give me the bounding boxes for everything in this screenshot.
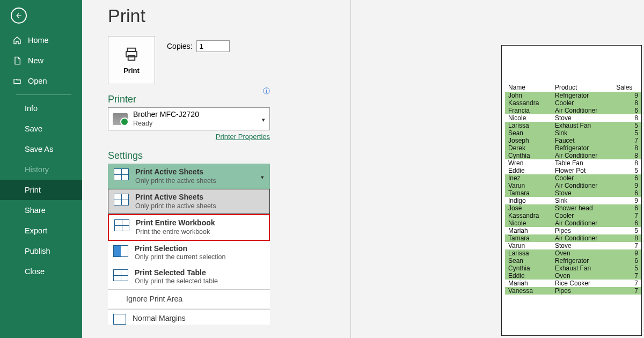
opt-title: Print Active Sheets xyxy=(135,167,216,177)
printer-status: Ready xyxy=(133,120,199,128)
arrow-left-icon xyxy=(15,12,23,19)
nav-open[interactable]: Open xyxy=(0,71,82,91)
preview-table: Name Product Sales JohnRefrigerator9Kass… xyxy=(505,83,641,295)
printer-properties-link[interactable]: Printer Properties xyxy=(108,133,270,141)
chevron-down-icon xyxy=(262,115,265,123)
copies-input[interactable] xyxy=(196,40,230,52)
ignore-print-area[interactable]: Ignore Print Area xyxy=(108,289,270,308)
print-what-dropdown: Print Active Sheets Only print the activ… xyxy=(108,164,270,325)
table-row: DerekRefrigerator8 xyxy=(505,144,641,152)
table-row: FranciaAir Conditioner6 xyxy=(505,107,641,114)
sidebar-divider xyxy=(16,94,71,95)
back-button[interactable] xyxy=(11,8,27,24)
margins-icon xyxy=(113,314,126,325)
table-row: JosephFaucet7 xyxy=(505,137,641,144)
nav-export[interactable]: Export xyxy=(0,221,82,241)
opt-print-entire-workbook[interactable]: Print Entire Workbook Print the entire w… xyxy=(108,214,270,240)
margins-dropdown[interactable]: Normal Margins xyxy=(108,310,270,325)
nav-label: Close xyxy=(25,267,45,276)
col-sales: Sales xyxy=(613,83,641,92)
table-row: JohnRefrigerator9 xyxy=(505,92,641,99)
table-row: JoseShower head6 xyxy=(505,204,641,212)
print-what-selected[interactable]: Print Active Sheets Only print the activ… xyxy=(108,164,270,189)
nav-print[interactable]: Print xyxy=(0,180,82,200)
table-row: CynthiaExhaust Fan5 xyxy=(505,264,641,272)
printer-ready-icon xyxy=(113,113,128,125)
selection-icon xyxy=(113,245,128,257)
nav-label: Save xyxy=(25,124,42,133)
nav-home[interactable]: Home xyxy=(0,30,82,50)
info-icon[interactable]: ⓘ xyxy=(263,86,270,96)
table-row: MariahPipes5 xyxy=(505,227,641,234)
nav-label: Publish xyxy=(25,247,50,255)
nav-publish[interactable]: Publish xyxy=(0,241,82,261)
opt-title: Print Active Sheets xyxy=(135,193,216,202)
nav-label: Export xyxy=(25,226,47,235)
page-title: Print xyxy=(108,5,270,26)
table-row: NicoleStove8 xyxy=(505,114,641,122)
chevron-down-icon xyxy=(261,172,264,181)
opt-sub: Print the entire workbook xyxy=(136,228,215,237)
home-icon xyxy=(13,36,21,45)
opt-print-active-sheets[interactable]: Print Active Sheets Only print the activ… xyxy=(108,189,270,214)
nav-new[interactable]: New xyxy=(0,50,82,71)
table-row: IndigoSink9 xyxy=(505,197,641,204)
opt-sub: Only print the active sheets xyxy=(135,177,216,186)
opt-title: Print Selected Table xyxy=(135,268,218,278)
printer-icon xyxy=(122,46,141,62)
table-icon xyxy=(113,269,128,281)
col-product: Product xyxy=(552,83,613,92)
printer-name: Brother MFC-J2720 xyxy=(133,110,199,120)
table-row: LarissaOven9 xyxy=(505,249,641,257)
table-row: WrenTable Fan8 xyxy=(505,159,641,167)
opt-sub: Only print the current selection xyxy=(135,253,226,262)
print-preview: Name Product Sales JohnRefrigerator9Kass… xyxy=(501,45,642,336)
opt-print-selection[interactable]: Print Selection Only print the current s… xyxy=(108,241,270,265)
settings-heading: Settings xyxy=(108,150,270,161)
folder-open-icon xyxy=(13,77,21,85)
nav-info[interactable]: Info xyxy=(0,98,82,119)
opt-sub: Only print the selected table xyxy=(135,277,218,286)
table-row: VanessaPipes7 xyxy=(505,287,641,295)
nav-label: Info xyxy=(25,104,38,113)
opt-sub: Only print the active sheets xyxy=(135,202,216,211)
table-row: SeanSink5 xyxy=(505,129,641,137)
table-row: TamaraStove6 xyxy=(505,189,641,197)
opt-title: Print Entire Workbook xyxy=(136,218,215,228)
table-row: VarunStove7 xyxy=(505,242,641,249)
file-icon xyxy=(13,56,21,65)
table-row: KassandraCooler8 xyxy=(505,99,641,107)
col-name: Name xyxy=(505,83,552,92)
nav-share[interactable]: Share xyxy=(0,200,82,221)
table-row: SeanRefrigerator6 xyxy=(505,257,641,264)
copies-label: Copies: xyxy=(167,42,192,50)
table-row: TamaraAir Conditioner8 xyxy=(505,234,641,242)
backstage-sidebar: Home New Open Info Save Save As History … xyxy=(0,0,82,338)
nav-label: Share xyxy=(25,206,46,215)
margins-label: Normal Margins xyxy=(133,314,186,325)
print-label: Print xyxy=(123,67,140,75)
sheet-icon xyxy=(114,194,129,205)
table-row: CynthiaAir Conditioner8 xyxy=(505,152,641,159)
svg-rect-2 xyxy=(128,55,135,60)
printer-selector[interactable]: Brother MFC-J2720 Ready xyxy=(108,107,270,130)
opt-print-selected-table[interactable]: Print Selected Table Only print the sele… xyxy=(108,265,270,289)
table-row: NicoleAir Conditioner6 xyxy=(505,219,641,227)
print-big-button[interactable]: Print xyxy=(108,36,155,84)
nav-save-as[interactable]: Save As xyxy=(0,139,82,159)
nav-label: Open xyxy=(28,77,47,85)
table-row: KassandraCooler7 xyxy=(505,212,641,219)
workbook-icon xyxy=(114,219,129,231)
table-row: EddieFlower Pot5 xyxy=(505,167,641,174)
nav-label: New xyxy=(28,56,43,65)
nav-label: Print xyxy=(25,186,41,194)
nav-history[interactable]: History xyxy=(0,159,82,180)
table-row: MariahRice Cooker7 xyxy=(505,280,641,287)
opt-title: Print Selection xyxy=(135,244,226,254)
nav-save[interactable]: Save xyxy=(0,119,82,139)
printer-heading: Printer xyxy=(108,94,270,105)
nav-close[interactable]: Close xyxy=(0,261,82,282)
table-row: InezCooler6 xyxy=(505,174,641,182)
table-row: LarissaExhaust Fan5 xyxy=(505,122,641,129)
panel-separator xyxy=(350,0,351,338)
